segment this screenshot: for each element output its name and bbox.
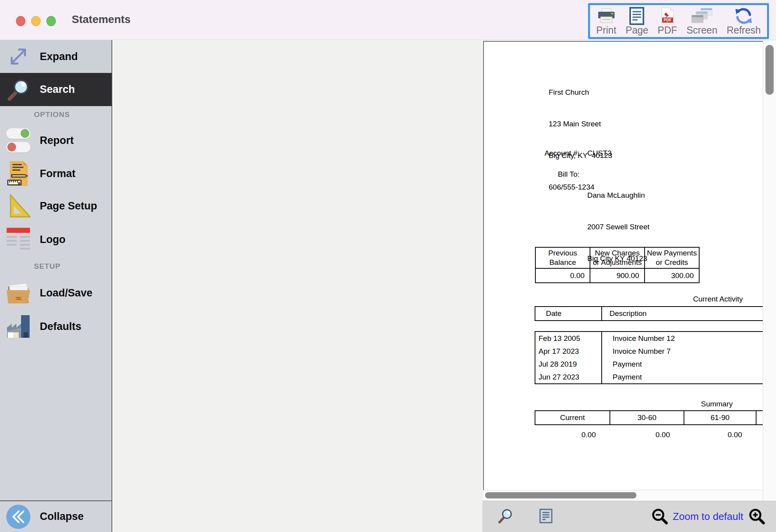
activity-header-row: Date Description bbox=[535, 306, 763, 321]
svg-text:PDF: PDF bbox=[664, 18, 671, 22]
summary-header-row: Current 30-60 61-90 bbox=[535, 410, 763, 425]
pdf-button[interactable]: PDF PDF bbox=[658, 7, 677, 36]
balance-header-payments: New Paymentsor Credits bbox=[645, 247, 699, 268]
page-label: Page bbox=[625, 25, 648, 36]
print-label: Print bbox=[596, 25, 616, 36]
toggles-icon bbox=[5, 128, 31, 153]
sidebar: Expand Search OPTIONS Report bbox=[0, 40, 112, 532]
bill-to-name: Dana McLaughlin bbox=[587, 190, 650, 200]
close-window-button[interactable] bbox=[16, 16, 25, 26]
sidebar-item-label: Format bbox=[40, 168, 76, 180]
refresh-label: Refresh bbox=[726, 25, 761, 36]
new-payments-value: 300.00 bbox=[645, 268, 699, 283]
balance-table: PreviousBalance New Chargesor Adjustment… bbox=[535, 247, 700, 283]
table-row: Feb 13 2005 Invoice Number 12 bbox=[535, 332, 763, 345]
activity-description: Payment bbox=[602, 360, 642, 369]
search-icon bbox=[5, 77, 31, 103]
preview-bottom-toolbar: Zoom to default bbox=[482, 501, 776, 532]
window-title: Statements bbox=[72, 13, 131, 26]
summary-header-30-60: 30-60 bbox=[610, 411, 684, 424]
screen-button[interactable]: Screen bbox=[686, 7, 717, 36]
summary-current-value: 0.00 bbox=[535, 431, 609, 439]
pdf-icon: PDF bbox=[660, 7, 675, 25]
sidebar-item-format[interactable]: Format bbox=[0, 158, 112, 190]
export-toolbar: Print Page bbox=[588, 3, 769, 39]
letterhead-icon bbox=[5, 228, 31, 252]
screen-label: Screen bbox=[686, 25, 717, 36]
summary-61-90-value: 0.00 bbox=[684, 431, 756, 439]
refresh-icon bbox=[734, 7, 753, 25]
horizontal-scrollbar-thumb[interactable] bbox=[485, 492, 636, 498]
report-view-icon[interactable] bbox=[539, 509, 553, 525]
activity-description: Invoice Number 12 bbox=[602, 334, 675, 343]
sidebar-item-label: Defaults bbox=[40, 321, 81, 333]
summary-header-61-90: 61-90 bbox=[684, 411, 757, 424]
traffic-lights bbox=[16, 16, 56, 26]
title-bar: Statements Print bbox=[0, 0, 776, 40]
vertical-scrollbar[interactable] bbox=[763, 41, 776, 501]
triangle-ruler-icon bbox=[5, 193, 31, 218]
activity-description: Invoice Number 7 bbox=[602, 347, 671, 356]
sidebar-item-label: Search bbox=[40, 83, 75, 96]
sidebar-item-label: Logo bbox=[40, 234, 66, 246]
sidebar-item-label: Page Setup bbox=[40, 200, 97, 212]
activity-description-header: Description bbox=[602, 307, 763, 320]
zoom-window-button[interactable] bbox=[46, 16, 56, 26]
sidebar-item-report[interactable]: Report bbox=[0, 123, 112, 158]
app-window: Statements Print bbox=[0, 0, 776, 532]
zoom-out-button[interactable] bbox=[651, 507, 668, 526]
activity-description: Payment bbox=[602, 373, 642, 381]
sidebar-item-defaults[interactable]: Defaults bbox=[0, 310, 112, 343]
printer-icon bbox=[597, 7, 615, 25]
balance-header-charges: New Chargesor Adjustments bbox=[590, 247, 645, 268]
sidebar-item-label: Expand bbox=[40, 51, 78, 63]
summary-header-cutoff bbox=[757, 411, 763, 424]
summary-title: Summary bbox=[616, 400, 733, 408]
activity-table: Feb 13 2005 Invoice Number 12 Apr 17 202… bbox=[535, 331, 763, 384]
sidebar-item-label: Collapse bbox=[40, 511, 84, 523]
zoom-in-button[interactable] bbox=[748, 507, 765, 526]
table-row: Jul 28 2019 Payment bbox=[535, 358, 763, 371]
collapse-chevrons-icon bbox=[5, 504, 31, 529]
church-street: 123 Main Street bbox=[549, 119, 612, 129]
statement-page: First Church 123 Main Street Big City, K… bbox=[483, 41, 763, 490]
sidebar-section-options: OPTIONS bbox=[0, 106, 112, 123]
sidebar-item-page-setup[interactable]: Page Setup bbox=[0, 190, 112, 222]
bill-to-street: 2007 Sewell Street bbox=[587, 222, 650, 232]
horizontal-scrollbar[interactable] bbox=[483, 490, 763, 501]
sidebar-item-label: Report bbox=[40, 135, 74, 147]
folder-icon bbox=[5, 281, 31, 305]
page-icon bbox=[629, 7, 644, 25]
refresh-button[interactable]: Refresh bbox=[726, 7, 761, 36]
account-number-value: CUST3 bbox=[587, 148, 611, 158]
page-button[interactable]: Page bbox=[625, 7, 648, 36]
sidebar-item-expand[interactable]: Expand bbox=[0, 40, 112, 73]
pdf-label: PDF bbox=[658, 25, 677, 36]
activity-date: Jul 28 2019 bbox=[535, 358, 602, 371]
activity-date: Apr 17 2023 bbox=[535, 345, 602, 358]
factory-icon bbox=[5, 314, 31, 339]
church-name: First Church bbox=[549, 87, 612, 98]
sidebar-item-load-save[interactable]: Load/Save bbox=[0, 276, 112, 310]
sidebar-section-setup: SETUP bbox=[0, 257, 112, 276]
format-document-icon bbox=[5, 161, 31, 186]
activity-date: Jun 27 2023 bbox=[535, 371, 602, 383]
activity-date: Feb 13 2005 bbox=[535, 332, 602, 345]
expand-icon bbox=[5, 44, 31, 69]
sidebar-item-logo[interactable]: Logo bbox=[0, 222, 112, 257]
minimize-window-button[interactable] bbox=[31, 16, 41, 26]
summary-header-current: Current bbox=[535, 411, 610, 424]
screen-icon bbox=[691, 7, 713, 25]
summary-values-row: 0.00 0.00 0.00 bbox=[535, 431, 763, 439]
table-row: Apr 17 2023 Invoice Number 7 bbox=[535, 345, 763, 358]
magnifier-tool-button[interactable] bbox=[497, 508, 514, 526]
print-button[interactable]: Print bbox=[596, 7, 616, 36]
current-activity-title: Current Activity bbox=[626, 295, 743, 303]
zoom-to-default-link[interactable]: Zoom to default bbox=[673, 511, 743, 523]
sidebar-item-search[interactable]: Search bbox=[0, 73, 112, 106]
table-row: Jun 27 2023 Payment bbox=[535, 371, 763, 383]
account-number-label: Account #: bbox=[484, 148, 579, 158]
vertical-scrollbar-thumb[interactable] bbox=[765, 45, 774, 95]
balance-header-previous: PreviousBalance bbox=[535, 247, 590, 268]
sidebar-item-collapse[interactable]: Collapse bbox=[0, 500, 112, 532]
